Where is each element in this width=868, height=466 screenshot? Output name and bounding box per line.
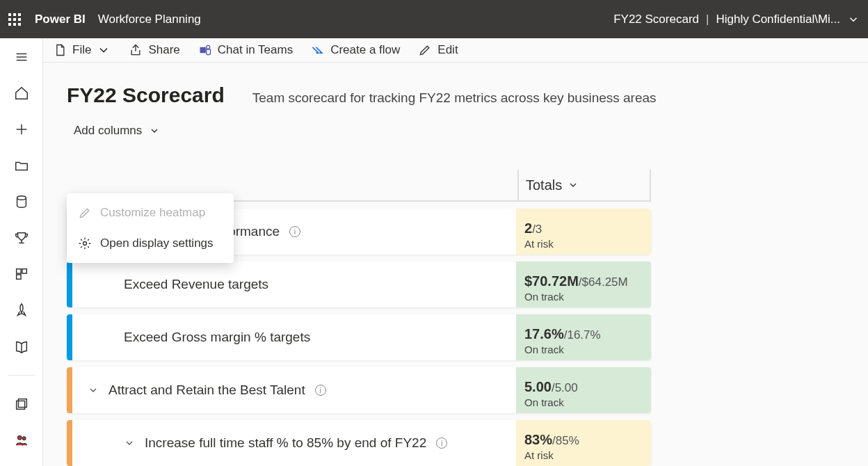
info-icon[interactable]: i bbox=[436, 437, 447, 449]
app-top-bar: Power BI Workforce Planning FY22 Scoreca… bbox=[0, 0, 868, 38]
flow-label: Create a flow bbox=[330, 43, 400, 57]
row-secondary-value: /$64.25M bbox=[579, 275, 628, 289]
svg-rect-10 bbox=[16, 275, 20, 279]
svg-text:T: T bbox=[201, 48, 204, 53]
brand-label: Power BI bbox=[35, 13, 86, 26]
row-name-label: Exceed Gross margin % targets bbox=[124, 330, 310, 345]
row-name-cell: Attract and Retain the Best Talenti bbox=[72, 367, 516, 413]
share-button[interactable]: Share bbox=[129, 43, 179, 57]
row-primary-value: 5.00 bbox=[524, 379, 552, 394]
edit-button[interactable]: Edit bbox=[418, 43, 458, 57]
status-stripe bbox=[67, 314, 72, 360]
main-area: File Share T Chat in Teams Create a flow… bbox=[43, 38, 868, 466]
chevron-down-icon bbox=[97, 43, 111, 57]
row-totals-cell: $70.72M/$64.25MOn track bbox=[516, 262, 651, 307]
sensitivity-label[interactable]: Highly Confidential\Mi... bbox=[716, 13, 840, 26]
row-primary-value: $70.72M bbox=[524, 273, 579, 289]
nav-apps[interactable] bbox=[10, 262, 33, 286]
nav-collapse-button[interactable] bbox=[10, 45, 33, 69]
row-name-label: Attract and Retain the Best Talent bbox=[108, 383, 305, 398]
row-totals-cell: 83%/85%At risk bbox=[516, 420, 651, 466]
status-stripe bbox=[67, 262, 72, 307]
info-icon[interactable]: i bbox=[289, 226, 300, 237]
row-status-label: On track bbox=[524, 344, 651, 355]
row-status-label: On track bbox=[524, 396, 651, 408]
row-status-label: At risk bbox=[524, 449, 651, 461]
menu-item-customize-heatmap: Customize heatmap bbox=[67, 198, 234, 228]
menu-display-label: Open display settings bbox=[100, 236, 214, 250]
row-secondary-value: /85% bbox=[552, 434, 579, 447]
menu-item-display-settings[interactable]: Open display settings bbox=[67, 228, 234, 259]
nav-workspaces[interactable] bbox=[10, 392, 33, 416]
share-label: Share bbox=[148, 43, 179, 57]
nav-learn[interactable] bbox=[10, 335, 33, 358]
info-icon[interactable]: i bbox=[315, 385, 326, 396]
row-totals-cell: 17.6%/16.7%On track bbox=[516, 314, 651, 360]
totals-header-label: Totals bbox=[526, 177, 562, 193]
add-columns-menu: Customize heatmap Open display settings bbox=[67, 193, 234, 263]
svg-rect-9 bbox=[22, 269, 26, 273]
pencil-icon bbox=[418, 43, 432, 57]
file-icon bbox=[53, 43, 67, 57]
nav-goals[interactable] bbox=[10, 226, 33, 250]
chevron-down-icon[interactable] bbox=[124, 437, 135, 449]
svg-point-5 bbox=[17, 196, 26, 200]
svg-point-15 bbox=[22, 437, 26, 440]
command-bar: File Share T Chat in Teams Create a flow… bbox=[43, 38, 868, 63]
row-secondary-value: /3 bbox=[532, 223, 542, 236]
chat-teams-button[interactable]: T Chat in Teams bbox=[198, 43, 293, 57]
scorecard-row[interactable]: Exceed Gross margin % targets17.6%/16.7%… bbox=[67, 314, 651, 360]
row-name-label: Increase full time staff % to 85% by end… bbox=[145, 435, 426, 451]
row-status-label: At risk bbox=[524, 238, 651, 250]
row-primary-value: 17.6% bbox=[524, 326, 564, 342]
page-title: FY22 Scorecard bbox=[67, 83, 225, 107]
file-menu[interactable]: File bbox=[53, 43, 111, 57]
svg-rect-8 bbox=[16, 269, 20, 273]
chevron-down-icon bbox=[568, 179, 579, 191]
row-status-label: On track bbox=[524, 291, 651, 303]
nav-home[interactable] bbox=[10, 81, 33, 105]
status-stripe bbox=[67, 367, 72, 413]
chevron-down-icon[interactable] bbox=[847, 13, 860, 26]
svg-rect-12 bbox=[18, 399, 26, 408]
scorecard-row[interactable]: Increase full time staff % to 85% by end… bbox=[67, 420, 651, 466]
row-name-cell: Exceed Revenue targets bbox=[72, 262, 516, 307]
nav-deployment[interactable] bbox=[10, 298, 33, 322]
flow-icon bbox=[311, 43, 325, 57]
chevron-down-icon[interactable] bbox=[88, 385, 99, 396]
edit-label: Edit bbox=[437, 43, 458, 57]
row-name-cell: Exceed Gross margin % targets bbox=[72, 314, 516, 360]
separator: | bbox=[706, 13, 709, 26]
row-totals-cell: 5.00/5.00On track bbox=[516, 367, 651, 413]
workspace-label[interactable]: Workforce Planning bbox=[98, 13, 201, 26]
page-content: FY22 Scorecard Team scorecard for tracki… bbox=[43, 63, 868, 466]
share-icon bbox=[129, 43, 143, 57]
divider bbox=[8, 375, 35, 376]
svg-point-14 bbox=[17, 436, 22, 440]
svg-rect-13 bbox=[16, 401, 24, 409]
row-secondary-value: /5.00 bbox=[552, 381, 578, 394]
column-totals-header[interactable]: Totals bbox=[519, 170, 651, 200]
row-primary-value: 83% bbox=[524, 432, 552, 447]
create-flow-button[interactable]: Create a flow bbox=[311, 43, 400, 57]
scorecard-row[interactable]: Attract and Retain the Best Talenti5.00/… bbox=[67, 367, 651, 413]
nav-data-hub[interactable] bbox=[10, 190, 33, 214]
nav-browse[interactable] bbox=[10, 154, 33, 177]
svg-point-18 bbox=[206, 45, 209, 49]
row-totals-cell: 2/3At risk bbox=[516, 209, 651, 255]
nav-workforce-icon[interactable] bbox=[10, 428, 33, 452]
menu-customize-label: Customize heatmap bbox=[100, 206, 205, 220]
row-primary-value: 2 bbox=[524, 220, 532, 236]
nav-create[interactable] bbox=[10, 118, 33, 141]
add-columns-dropdown[interactable]: Add columns bbox=[74, 124, 868, 138]
page-description: Team scorecard for tracking FY22 metrics… bbox=[252, 90, 657, 106]
row-name-label: Exceed Revenue targets bbox=[124, 277, 268, 292]
gear-icon bbox=[78, 236, 92, 250]
row-name-cell: Increase full time staff % to 85% by end… bbox=[72, 420, 516, 466]
chevron-down-icon bbox=[149, 125, 160, 136]
left-nav-rail bbox=[0, 38, 43, 466]
status-stripe bbox=[67, 420, 72, 466]
pencil-icon bbox=[78, 206, 92, 220]
scorecard-row[interactable]: Exceed Revenue targets$70.72M/$64.25MOn … bbox=[67, 262, 651, 307]
app-launcher-icon[interactable] bbox=[8, 13, 21, 26]
